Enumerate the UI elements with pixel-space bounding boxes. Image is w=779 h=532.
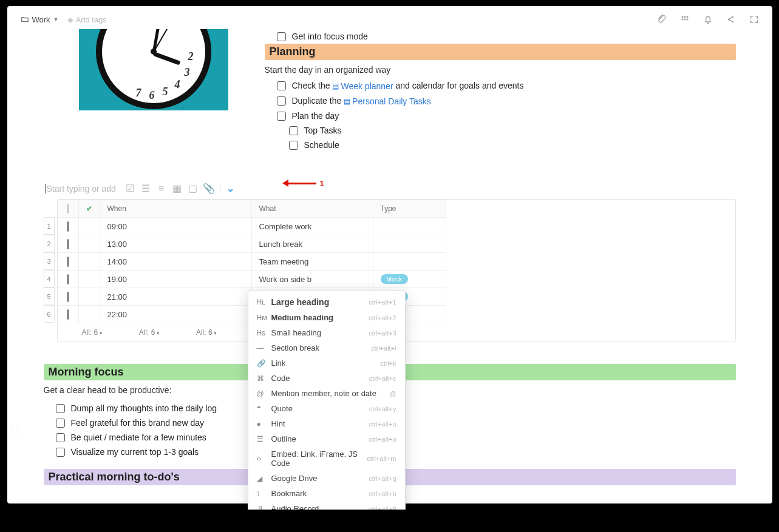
numbered-list-icon[interactable]: ≡: [157, 184, 166, 194]
checkbox[interactable]: [67, 292, 69, 302]
what-cell[interactable]: Work on side b: [251, 271, 373, 288]
attachment-icon[interactable]: [657, 15, 667, 24]
week-planner-link[interactable]: Week planner: [332, 81, 393, 91]
type-cell[interactable]: block: [373, 271, 446, 288]
when-cell[interactable]: 22:00: [100, 306, 251, 323]
table-row[interactable]: 13:00 Lunch break: [58, 235, 446, 253]
checklist-icon[interactable]: ☑: [125, 184, 135, 194]
menu-item-small-heading[interactable]: HsSmall headingctrl+alt+3: [248, 325, 405, 340]
checkbox[interactable]: [289, 141, 298, 150]
bullet-list-icon[interactable]: ☰: [141, 184, 151, 194]
checkbox[interactable]: [56, 433, 65, 442]
done-cell[interactable]: [78, 271, 100, 288]
checkbox[interactable]: [277, 32, 286, 41]
planning-column: Get into focus mode Planning Start the d…: [265, 29, 736, 152]
checkbox[interactable]: [289, 126, 298, 135]
checkbox[interactable]: [67, 257, 69, 267]
checkbox[interactable]: [277, 81, 286, 90]
checkbox[interactable]: [56, 404, 65, 413]
folder-label: Work: [32, 15, 50, 24]
menu-item-section-break[interactable]: —Section breakctrl+alt+l: [248, 340, 405, 355]
what-cell[interactable]: Complete work: [251, 218, 373, 235]
menu-item-shortcut: ctrl+alt+g: [369, 475, 396, 482]
when-cell[interactable]: 14:00: [100, 253, 251, 271]
done-cell[interactable]: [78, 235, 100, 253]
when-header[interactable]: When: [100, 200, 251, 218]
topbar-left: Work ▼ ◈ Add tags: [21, 15, 107, 24]
when-cell[interactable]: 13:00: [100, 235, 251, 253]
menu-item-label: Google Drive: [271, 474, 369, 483]
menu-item-hint[interactable]: ●Hintctrl+alt+u: [248, 416, 405, 431]
done-cell[interactable]: [78, 253, 100, 271]
menu-item-google-drive[interactable]: ◢Google Drivectrl+alt+g: [248, 471, 405, 486]
bell-icon[interactable]: [703, 15, 713, 24]
when-cell[interactable]: 09:00: [100, 218, 251, 235]
menu-item-shortcut: ctrl+alt+u: [369, 420, 396, 428]
type-cell[interactable]: [373, 253, 446, 271]
expand-icon[interactable]: [749, 15, 759, 24]
filter-icon[interactable]: ⋮⋮: [9, 426, 21, 433]
checkbox[interactable]: [67, 239, 69, 249]
menu-item-shortcut: ctrl+alt+y: [369, 405, 396, 412]
type-cell[interactable]: [373, 235, 446, 253]
menu-item-mention-member-note-or-date[interactable]: @Mention member, note or date@: [248, 386, 405, 401]
menu-item-shortcut: ctrl+alt+c: [369, 375, 396, 382]
menu-item-icon: ●: [257, 420, 268, 428]
done-cell[interactable]: [78, 218, 100, 235]
checkbox[interactable]: [67, 309, 69, 320]
insert-input[interactable]: Start typing or add: [45, 184, 118, 194]
footer-count[interactable]: All: 6: [139, 328, 160, 337]
image-icon[interactable]: ▢: [188, 184, 198, 194]
what-header[interactable]: What: [251, 200, 373, 218]
when-cell[interactable]: 19:00: [100, 271, 251, 288]
menu-item-large-heading[interactable]: HʟLarge headingctrl+alt+1: [248, 294, 405, 310]
what-cell[interactable]: Team meeting: [251, 253, 373, 271]
personal-tasks-link[interactable]: Personal Daily Tasks: [344, 96, 431, 106]
type-cell[interactable]: [373, 218, 446, 235]
menu-item-shortcut: ctrl+alt+8: [369, 505, 396, 510]
menu-item-icon: ⟟: [257, 490, 268, 498]
type-header[interactable]: Type: [373, 200, 446, 218]
menu-item-icon: ☰: [257, 435, 268, 443]
tag-icon: ◈: [67, 15, 73, 24]
checkbox[interactable]: [56, 448, 65, 457]
add-tags-label: Add tags: [76, 15, 107, 24]
done-cell[interactable]: [78, 306, 100, 323]
checkbox[interactable]: [277, 112, 286, 121]
schedule-text: Schedule: [304, 140, 339, 150]
menu-item-label: Section break: [271, 343, 371, 352]
table-row[interactable]: 09:00 Complete work: [58, 218, 446, 235]
apps-icon[interactable]: [680, 15, 690, 24]
menu-item-icon: ◢: [257, 474, 268, 483]
share-icon[interactable]: [726, 15, 736, 24]
table-row[interactable]: 14:00 Team meeting: [58, 253, 446, 271]
menu-item-embed-link-iframe-js-code[interactable]: ‹›Embed: Link, iFrame, JS Codectrl+alt+m: [248, 446, 405, 471]
what-cell[interactable]: Lunch break: [251, 235, 373, 253]
checkbox[interactable]: [277, 96, 286, 106]
menu-item-link[interactable]: 🔗Linkctrl+k: [248, 355, 405, 371]
table-icon[interactable]: ▦: [172, 184, 182, 194]
plan-day-row: Plan the day: [277, 109, 736, 123]
menu-item-code[interactable]: ⌘Codectrl+alt+c: [248, 371, 405, 386]
done-cell[interactable]: [78, 288, 100, 306]
checkbox[interactable]: [67, 274, 69, 285]
menu-item-medium-heading[interactable]: HᴍMedium headingctrl+alt+2: [248, 310, 405, 325]
folder-breadcrumb[interactable]: Work ▼: [21, 15, 59, 24]
add-tags-button[interactable]: ◈ Add tags: [67, 15, 107, 24]
menu-item-quote[interactable]: ❝Quotectrl+alt+y: [248, 401, 405, 416]
table-row[interactable]: 19:00 Work on side b block: [58, 271, 446, 288]
checkbox[interactable]: [56, 419, 65, 428]
footer-count[interactable]: All: 6: [82, 328, 103, 337]
menu-item-audio-record[interactable]: 🎙Audio Recordctrl+alt+8: [248, 501, 405, 510]
menu-item-bookmark[interactable]: ⟟Bookmarkctrl+alt+b: [248, 486, 405, 501]
checkbox[interactable]: [67, 221, 69, 232]
attachment-icon[interactable]: 📎: [204, 184, 214, 194]
more-insert-chevron-icon[interactable]: ⌄: [226, 183, 234, 194]
clock-face: 6 5 4 3 2 7: [96, 29, 211, 109]
menu-item-outline[interactable]: ☰Outlinectrl+alt+o: [248, 431, 405, 446]
when-cell[interactable]: 21:00: [100, 288, 251, 306]
select-all-header[interactable]: [58, 200, 78, 218]
menu-item-shortcut: ctrl+alt+3: [369, 329, 396, 337]
clock-image: 6 5 4 3 2 7: [79, 29, 228, 110]
footer-count[interactable]: All: 6: [196, 328, 217, 337]
